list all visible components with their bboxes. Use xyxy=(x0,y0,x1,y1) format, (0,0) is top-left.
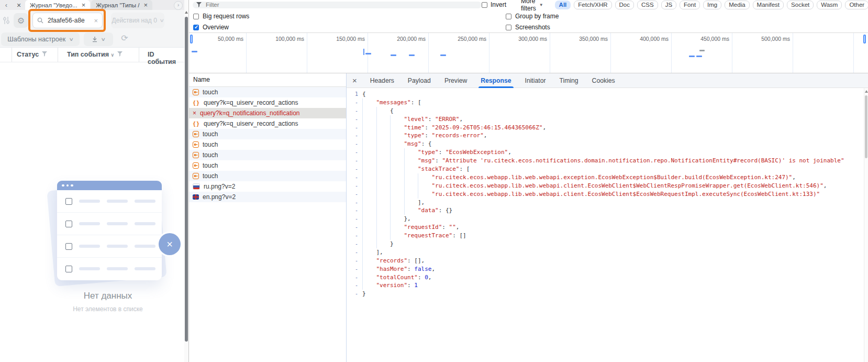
search-box[interactable]: × xyxy=(32,13,103,28)
detail-tab-response[interactable]: Response xyxy=(481,73,511,88)
templates-dropdown[interactable]: Шаблоны настроек ∨ xyxy=(1,32,80,46)
group-by-frame-checkbox-row[interactable]: Group by frame xyxy=(506,13,559,20)
timeline-gridline xyxy=(428,33,429,73)
filter-chip-all[interactable]: All xyxy=(555,1,571,9)
browser-tab-notifications[interactable]: Журнал "Уведо... × xyxy=(25,0,90,10)
indent-guide xyxy=(404,182,418,190)
screenshots-checkbox[interactable] xyxy=(506,25,511,30)
response-line: -"requestId": "", xyxy=(347,223,864,232)
response-scrollbar[interactable] xyxy=(864,88,868,362)
network-rows: touch{}query?k=q_uiserv_record_actions×q… xyxy=(189,87,346,202)
response-body[interactable]: 1{-"messages": [-{-"level": "ERROR",-"ti… xyxy=(347,88,864,362)
tab-scroll-left-icon[interactable]: ‹ xyxy=(0,0,13,10)
filter-settings-icon[interactable] xyxy=(2,16,11,25)
line-number: - xyxy=(347,124,362,132)
network-request-row[interactable]: touch xyxy=(189,171,346,181)
response-line: -}, xyxy=(347,215,864,223)
network-filter-field[interactable] xyxy=(193,2,482,8)
more-filters-button[interactable]: More filters ▼ xyxy=(521,0,543,12)
network-request-row[interactable]: touch xyxy=(189,87,346,97)
detail-tab-payload[interactable]: Payload xyxy=(408,73,431,88)
timeline-right-handle[interactable] xyxy=(863,35,866,43)
scroll-up-icon[interactable] xyxy=(185,11,188,14)
tab-scroll-right-icon[interactable]: › xyxy=(174,1,183,10)
tab-label: Журнал "Уведо... xyxy=(30,2,77,8)
filter-chip-wasm[interactable]: Wasm xyxy=(817,1,842,9)
invert-checkbox-row[interactable]: Invert xyxy=(482,1,506,8)
funnel-icon[interactable] xyxy=(117,51,123,57)
scroll-up-icon[interactable] xyxy=(865,90,868,93)
actions-dropdown[interactable]: Действия над 0 ∨ xyxy=(111,13,164,28)
tab-close-icon[interactable]: × xyxy=(143,1,148,9)
indent-guide xyxy=(376,223,391,232)
code-token: "" xyxy=(449,223,456,232)
refresh-icon[interactable]: ⟳ xyxy=(119,33,130,43)
screenshots-checkbox-row[interactable]: Screenshots xyxy=(506,24,550,31)
funnel-icon[interactable] xyxy=(42,51,47,57)
filter-chip-fetch-xhr[interactable]: Fetch/XHR xyxy=(574,1,611,9)
clear-search-icon[interactable]: × xyxy=(94,17,98,25)
big-request-rows-checkbox[interactable] xyxy=(193,14,199,19)
filter-chip-doc[interactable]: Doc xyxy=(615,1,634,9)
scrollbar-thumb[interactable] xyxy=(185,17,188,342)
filter-chip-other[interactable]: Other xyxy=(845,1,868,9)
empty-state-illustration: × xyxy=(50,177,181,287)
group-by-frame-checkbox[interactable] xyxy=(506,14,511,19)
overview-checkbox-row[interactable]: Overview xyxy=(193,24,229,31)
close-detail-icon[interactable]: × xyxy=(352,76,357,85)
timeline-left-handle[interactable] xyxy=(190,35,193,43)
detail-tab-timing[interactable]: Timing xyxy=(559,73,578,88)
network-request-row[interactable]: touch xyxy=(189,139,346,150)
line-number: - xyxy=(347,165,362,173)
filter-chip-media[interactable]: Media xyxy=(725,1,749,9)
network-request-row[interactable]: touch xyxy=(189,150,346,160)
network-request-row[interactable]: {}query?k=q_uiserv_record_actions xyxy=(189,118,346,129)
code-token: , xyxy=(484,131,487,140)
code-token: , xyxy=(459,115,463,124)
column-header-status[interactable]: Статус xyxy=(17,51,47,58)
invert-checkbox[interactable] xyxy=(482,2,487,8)
settings-gear-icon[interactable]: ⚙ xyxy=(14,13,28,28)
timeline-request-mark xyxy=(699,50,705,51)
response-line: -"msg": { xyxy=(347,140,864,148)
column-header-event-id[interactable]: ID события xyxy=(148,51,184,65)
detail-tab-headers[interactable]: Headers xyxy=(370,73,394,88)
filter-chip-socket[interactable]: Socket xyxy=(787,1,814,9)
line-number: - xyxy=(347,248,362,257)
big-request-rows-checkbox-row[interactable]: Big request rows xyxy=(193,13,249,20)
response-line: -"type": "records-error", xyxy=(347,131,864,140)
detail-tab-initiator[interactable]: Initiator xyxy=(525,73,546,88)
network-filter-input[interactable] xyxy=(205,1,416,8)
detail-tab-cookies[interactable]: Cookies xyxy=(592,73,615,88)
network-request-row[interactable]: en.png?v=2 xyxy=(189,192,346,202)
filter-chip-img[interactable]: Img xyxy=(703,1,721,9)
filter-chip-font[interactable]: Font xyxy=(680,1,700,9)
close-tab-icon[interactable]: × xyxy=(13,0,25,10)
name-column-header[interactable]: Name xyxy=(189,73,346,87)
request-name: query?k=q_notifications_notification xyxy=(200,109,299,117)
network-request-row[interactable]: ru.png?v=2 xyxy=(189,181,346,192)
browser-tab-types[interactable]: Журнал "Типы / × xyxy=(91,0,152,10)
app-scrollbar[interactable] xyxy=(184,0,188,362)
indent-guide xyxy=(404,206,418,215)
templates-dropdown-label: Шаблоны настроек xyxy=(7,36,65,43)
scrollbar-thumb[interactable] xyxy=(865,95,867,158)
download-button[interactable]: ∨ xyxy=(84,32,113,46)
code-token: , xyxy=(428,273,432,282)
empty-x-badge-icon: × xyxy=(159,233,181,255)
network-request-row[interactable]: touch xyxy=(189,129,346,139)
detail-tab-bar: × HeadersPayloadPreviewResponseInitiator… xyxy=(347,73,868,88)
network-request-row[interactable]: ×query?k=q_notifications_notification xyxy=(189,108,346,118)
search-input[interactable] xyxy=(47,16,90,25)
filter-chip-manifest[interactable]: Manifest xyxy=(753,1,784,9)
network-request-row[interactable]: {}query?k=q_uiserv_record_actions xyxy=(189,97,346,108)
tab-close-icon[interactable]: × xyxy=(82,1,86,9)
column-header-event-type[interactable]: Тип события ∨ xyxy=(67,51,123,58)
network-request-row[interactable]: touch xyxy=(189,160,346,171)
overview-timeline[interactable]: 50,000 ms100,000 ms150,000 ms200,000 ms2… xyxy=(189,32,868,73)
overview-checkbox[interactable] xyxy=(193,25,199,30)
detail-tab-preview[interactable]: Preview xyxy=(444,73,467,88)
filter-chip-css[interactable]: CSS xyxy=(637,1,658,9)
filter-chip-js[interactable]: JS xyxy=(661,1,676,9)
code-token: } xyxy=(390,240,394,248)
